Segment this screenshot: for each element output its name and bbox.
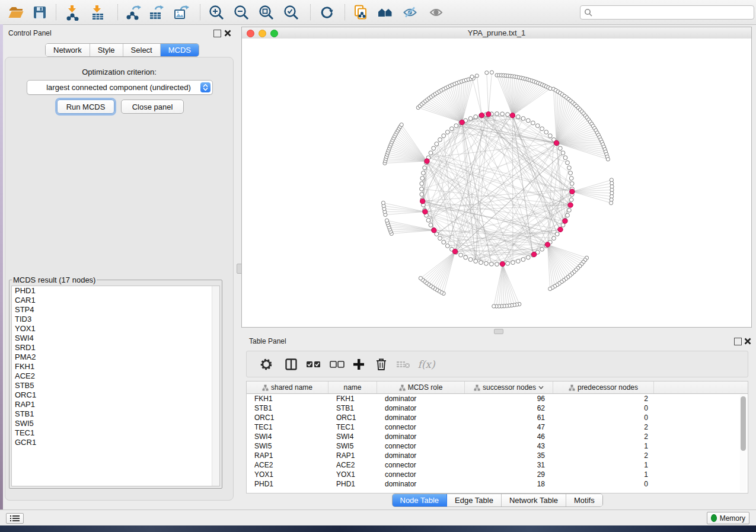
import-network-icon[interactable] xyxy=(64,4,82,21)
cell-shared-name[interactable]: RAP1 xyxy=(247,451,328,460)
close-control-panel-icon[interactable] xyxy=(224,30,231,37)
mcds-result-item[interactable]: PMA2 xyxy=(12,352,219,362)
cell-shared-name[interactable]: ORC1 xyxy=(247,413,328,422)
mcds-result-item[interactable]: SRD1 xyxy=(12,343,219,352)
mcds-result-item[interactable]: TID3 xyxy=(12,315,219,324)
table-row[interactable]: SWI4SWI4dominator462 xyxy=(247,432,748,441)
mcds-result-item[interactable]: SWI5 xyxy=(12,419,219,428)
deselect-all-rows-icon[interactable] xyxy=(328,357,346,372)
mcds-result-item[interactable]: ACE2 xyxy=(12,371,219,381)
search-input[interactable] xyxy=(595,8,750,18)
cell-successor-nodes[interactable]: 96 xyxy=(465,394,553,403)
tab-select[interactable]: Select xyxy=(123,44,161,56)
cell-MCDS-role[interactable]: dominator xyxy=(377,451,465,460)
network-view[interactable] xyxy=(242,39,751,327)
run-mcds-button[interactable]: Run MCDS xyxy=(57,100,114,114)
table-row[interactable]: YOX1YOX1connector291 xyxy=(247,470,748,479)
cell-MCDS-role[interactable]: connector xyxy=(377,460,465,470)
mcds-result-item[interactable]: SWI4 xyxy=(12,334,219,343)
delete-column-trash-icon[interactable] xyxy=(374,357,389,372)
cell-shared-name[interactable]: YOX1 xyxy=(247,470,328,479)
cell-name[interactable]: STB1 xyxy=(328,403,377,413)
memory-button[interactable]: Memory xyxy=(707,512,749,524)
cell-name[interactable]: PHD1 xyxy=(328,479,377,489)
cell-successor-nodes[interactable]: 35 xyxy=(465,451,553,460)
network-window-titlebar[interactable]: YPA_prune.txt_1 xyxy=(242,27,751,39)
cell-predecessor-nodes[interactable]: 1 xyxy=(553,460,654,470)
cell-predecessor-nodes[interactable]: 1 xyxy=(553,441,654,451)
mcds-result-item[interactable]: PHD1 xyxy=(12,286,219,296)
cell-MCDS-role[interactable]: dominator xyxy=(377,479,465,489)
table-mode-gear-icon[interactable] xyxy=(259,357,274,372)
cell-predecessor-nodes[interactable]: 0 xyxy=(553,403,654,413)
mcds-result-item[interactable]: GCR1 xyxy=(12,438,219,447)
column-header-MCDS-role[interactable]: MCDS role xyxy=(377,382,465,393)
cell-shared-name[interactable]: TEC1 xyxy=(247,422,328,432)
table-scrollbar-thumb[interactable] xyxy=(741,396,746,451)
show-all-icon[interactable] xyxy=(428,4,445,21)
export-network-icon[interactable] xyxy=(125,4,142,21)
mcds-list-scrollbar[interactable] xyxy=(212,286,219,486)
table-row[interactable]: ACE2ACE2connector311 xyxy=(247,460,748,470)
cell-predecessor-nodes[interactable]: 2 xyxy=(553,394,654,403)
zoom-fit-content-icon[interactable] xyxy=(257,4,275,21)
cell-successor-nodes[interactable]: 62 xyxy=(465,403,553,413)
cell-name[interactable]: RAP1 xyxy=(328,451,377,460)
cell-shared-name[interactable]: SWI5 xyxy=(247,441,328,451)
table-tab-network-table[interactable]: Network Table xyxy=(502,494,566,507)
apply-preferred-layout-icon[interactable] xyxy=(318,4,336,21)
cell-successor-nodes[interactable]: 29 xyxy=(465,470,553,479)
mcds-result-item[interactable]: STB5 xyxy=(12,381,219,390)
cell-MCDS-role[interactable]: connector xyxy=(377,441,465,451)
cell-MCDS-role[interactable]: dominator xyxy=(377,432,465,441)
horizontal-split-handle[interactable] xyxy=(494,329,503,334)
cell-name[interactable]: SWI5 xyxy=(328,441,377,451)
select-all-rows-icon[interactable] xyxy=(305,357,323,372)
open-session-icon[interactable] xyxy=(7,4,25,21)
column-header-predecessor-nodes[interactable]: predecessor nodes xyxy=(553,382,654,393)
zoom-in-icon[interactable] xyxy=(208,4,225,21)
column-header-successor-nodes[interactable]: successor nodes xyxy=(465,382,553,393)
cell-name[interactable]: FKH1 xyxy=(328,394,377,403)
table-scrollbar[interactable] xyxy=(740,395,747,492)
mcds-result-list[interactable]: PHD1CAR1STP4TID3YOX1SWI4SRD1PMA2FKH1ACE2… xyxy=(11,286,220,486)
float-control-panel-icon[interactable] xyxy=(213,30,221,37)
table-tab-node-table[interactable]: Node Table xyxy=(393,494,448,507)
close-panel-button[interactable]: Close panel xyxy=(121,100,184,114)
hide-selected-icon[interactable] xyxy=(401,4,419,21)
table-tab-edge-table[interactable]: Edge Table xyxy=(447,494,502,507)
tab-network[interactable]: Network xyxy=(46,44,90,56)
cell-shared-name[interactable]: FKH1 xyxy=(247,394,328,403)
cell-MCDS-role[interactable]: dominator xyxy=(377,403,465,413)
table-row[interactable]: STB1STB1dominator620 xyxy=(247,403,748,413)
mcds-result-item[interactable]: STB1 xyxy=(12,409,219,419)
mcds-result-item[interactable]: STP4 xyxy=(12,305,219,315)
cell-successor-nodes[interactable]: 61 xyxy=(465,413,553,422)
zoom-selected-icon[interactable] xyxy=(282,4,300,21)
cell-name[interactable]: ACE2 xyxy=(328,460,377,470)
cell-shared-name[interactable]: PHD1 xyxy=(247,479,328,489)
export-image-icon[interactable] xyxy=(172,4,190,21)
cell-successor-nodes[interactable]: 46 xyxy=(465,432,553,441)
table-row[interactable]: RAP1RAP1dominator352 xyxy=(247,451,748,460)
cell-predecessor-nodes[interactable]: 1 xyxy=(553,470,654,479)
cell-name[interactable]: SWI4 xyxy=(328,432,377,441)
cell-name[interactable]: ORC1 xyxy=(328,413,377,422)
import-table-icon[interactable] xyxy=(89,4,107,21)
mcds-result-item[interactable]: ORC1 xyxy=(12,390,219,400)
create-column-icon[interactable] xyxy=(351,357,366,372)
table-row[interactable]: FKH1FKH1dominator962 xyxy=(247,394,748,403)
export-table-icon[interactable] xyxy=(147,4,165,21)
column-header-name[interactable]: name xyxy=(328,382,377,393)
cell-shared-name[interactable]: ACE2 xyxy=(247,460,328,470)
cell-predecessor-nodes[interactable]: 2 xyxy=(553,432,654,441)
cell-shared-name[interactable]: SWI4 xyxy=(247,432,328,441)
cell-predecessor-nodes[interactable]: 2 xyxy=(553,422,654,432)
cell-predecessor-nodes[interactable]: 0 xyxy=(553,479,654,489)
tab-mcds[interactable]: MCDS xyxy=(161,44,199,56)
column-header-shared-name[interactable]: shared name xyxy=(247,382,328,393)
cell-successor-nodes[interactable]: 31 xyxy=(465,460,553,470)
float-table-panel-icon[interactable] xyxy=(734,338,742,345)
cell-shared-name[interactable]: STB1 xyxy=(247,403,328,413)
mcds-result-item[interactable]: CAR1 xyxy=(12,296,219,305)
